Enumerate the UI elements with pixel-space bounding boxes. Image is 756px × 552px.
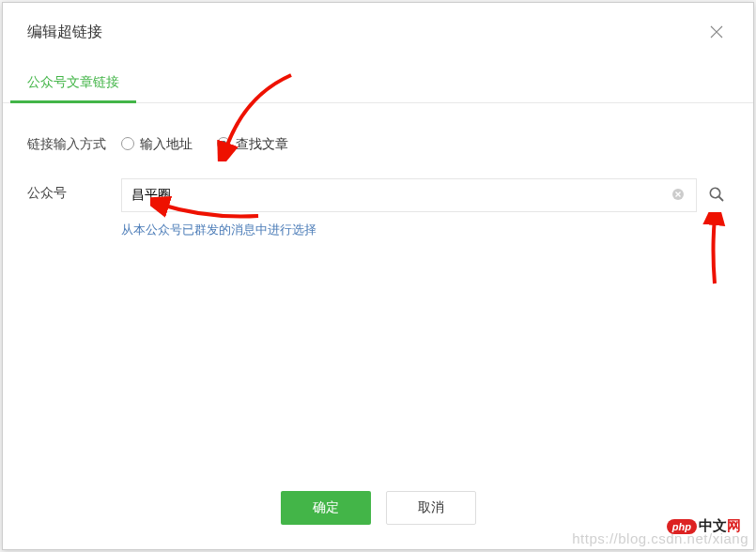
close-icon [708, 23, 725, 40]
tab-article-link[interactable]: 公众号文章链接 [27, 65, 119, 102]
account-body: 从本公众号已群发的消息中进行选择 [121, 178, 729, 238]
search-icon [708, 186, 725, 203]
radio-label: 输入地址 [140, 130, 193, 158]
label-account: 公众号 [27, 178, 121, 207]
clear-icon [671, 188, 685, 201]
dialog-footer: 确定 取消 [3, 476, 753, 549]
account-search-input[interactable] [131, 179, 670, 211]
form-body: 链接输入方式 输入地址 查找文章 公众号 [3, 103, 753, 476]
radio-input-url[interactable]: 输入地址 [121, 130, 193, 158]
radio-icon [217, 137, 230, 150]
dialog-title: 编辑超链接 [27, 23, 102, 42]
select-from-sent-link[interactable]: 从本公众号已群发的消息中进行选择 [121, 222, 316, 238]
close-button[interactable] [704, 20, 729, 44]
radio-group-input-method: 输入地址 查找文章 [121, 130, 729, 158]
row-account: 公众号 从本公众号已群发的消息中进行选择 [27, 178, 729, 238]
radio-label: 查找文章 [236, 130, 288, 158]
row-input-method: 链接输入方式 输入地址 查找文章 [27, 130, 729, 158]
clear-button[interactable] [670, 186, 687, 206]
search-button[interactable] [704, 182, 729, 209]
edit-hyperlink-dialog: 编辑超链接 公众号文章链接 链接输入方式 输入地址 查找文章 公众号 [2, 2, 754, 550]
label-input-method: 链接输入方式 [27, 130, 121, 158]
radio-search-article[interactable]: 查找文章 [217, 130, 288, 158]
radio-icon [121, 137, 134, 150]
ok-button[interactable]: 确定 [281, 491, 371, 525]
search-row [121, 178, 729, 212]
account-search-box [121, 178, 697, 212]
dialog-header: 编辑超链接 [3, 3, 753, 55]
svg-point-1 [710, 188, 719, 197]
tab-bar: 公众号文章链接 [3, 65, 753, 103]
cancel-button[interactable]: 取消 [386, 491, 476, 525]
